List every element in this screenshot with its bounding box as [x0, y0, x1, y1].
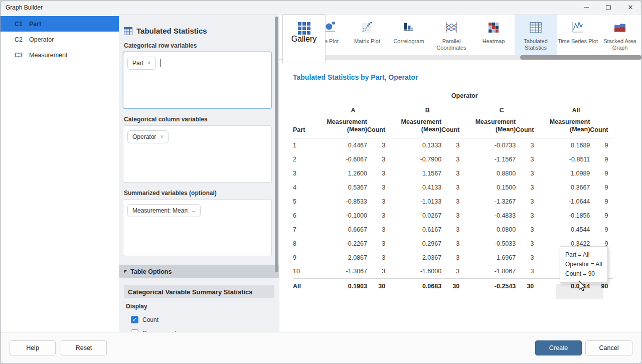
row-variables-dropzone[interactable]: Part × — [123, 52, 272, 109]
mean-cell[interactable]: 0.4544 — [539, 223, 590, 237]
count-cell[interactable]: 3 — [516, 209, 539, 223]
mean-cell[interactable]: -1.0644 — [539, 195, 590, 209]
count-cell[interactable]: 3 — [441, 265, 464, 279]
variable-chip-part[interactable]: Part × — [127, 57, 156, 70]
count-cell[interactable]: 30 — [367, 279, 390, 294]
mean-cell[interactable]: -1.3267 — [464, 195, 516, 209]
count-cell[interactable]: 3 — [367, 195, 390, 209]
count-cell[interactable]: 3 — [367, 209, 390, 223]
mean-cell[interactable]: 0.6167 — [390, 223, 441, 237]
count-cell[interactable]: 30 — [516, 279, 539, 294]
checkbox-icon[interactable]: ✓ — [131, 316, 138, 323]
part-cell[interactable]: 4 — [293, 180, 316, 195]
count-cell[interactable]: 9 — [590, 152, 613, 166]
count-cell[interactable]: 9 — [590, 209, 613, 223]
mean-cell[interactable]: -0.2543 — [464, 279, 516, 294]
close-button[interactable]: ✕ — [619, 1, 641, 14]
count-cell[interactable]: 30 — [441, 279, 464, 294]
mean-cell[interactable]: -0.7900 — [390, 152, 441, 166]
tab-stacked-area-graph[interactable]: Stacked Area Graph — [599, 15, 641, 60]
checkbox-count[interactable]: ✓ Count — [131, 316, 279, 323]
mean-cell[interactable]: -0.4833 — [464, 209, 516, 223]
tab-heatmap[interactable]: Heatmap — [472, 15, 515, 60]
count-cell[interactable]: 3 — [441, 195, 464, 209]
part-cell[interactable]: 3 — [293, 166, 316, 180]
count-cell[interactable]: 3 — [441, 223, 464, 237]
mean-cell[interactable]: 0.3667 — [539, 180, 590, 195]
mean-cell[interactable]: 0.8800 — [464, 166, 516, 180]
mean-cell[interactable]: 0.6667 — [316, 223, 367, 237]
mean-cell[interactable]: -1.3067 — [316, 265, 367, 279]
count-cell[interactable]: 3 — [367, 223, 390, 237]
variable-chip-measurement-mean[interactable]: Measurement: Mean ⌄ — [127, 204, 201, 217]
mean-cell[interactable]: -1.6000 — [390, 265, 441, 279]
mean-cell[interactable]: -1.1567 — [464, 152, 516, 166]
mean-cell[interactable]: 0.5367 — [316, 180, 367, 195]
mean-cell[interactable]: -0.2967 — [390, 237, 441, 251]
maximize-button[interactable] — [597, 1, 619, 14]
gallery-horizontal-scrollbar[interactable] — [326, 55, 641, 60]
part-cell[interactable]: All — [293, 279, 316, 294]
mean-cell[interactable]: -0.8533 — [316, 195, 367, 209]
mean-cell[interactable]: -1.0133 — [390, 195, 441, 209]
count-cell[interactable]: 3 — [516, 138, 539, 152]
cancel-button[interactable]: Cancel — [585, 340, 632, 355]
count-cell[interactable]: 3 — [441, 166, 464, 180]
part-cell[interactable]: 8 — [293, 237, 316, 251]
mean-cell[interactable]: -0.0733 — [464, 138, 516, 152]
mean-cell[interactable]: 2.0867 — [316, 251, 367, 265]
tab-tabulated-statistics[interactable]: Tabulated Statistics — [515, 15, 557, 60]
count-cell[interactable]: 9 — [590, 180, 613, 195]
remove-chip-icon[interactable]: × — [147, 60, 151, 66]
count-cell[interactable]: 3 — [367, 138, 390, 152]
count-cell[interactable]: 3 — [367, 180, 390, 195]
create-button[interactable]: Create — [535, 340, 582, 355]
tab-parallel-coordinates[interactable]: Parallel Coordinates — [430, 15, 472, 60]
count-cell[interactable]: 3 — [367, 251, 390, 265]
mean-cell[interactable]: -0.5033 — [464, 237, 516, 251]
mean-cell[interactable]: 0.0267 — [390, 209, 441, 223]
part-cell[interactable]: 7 — [293, 223, 316, 237]
mean-cell[interactable]: 0.0683 — [390, 279, 441, 294]
mean-cell[interactable]: 0.0800 — [464, 223, 516, 237]
mean-cell[interactable]: -0.1856 — [539, 209, 590, 223]
part-cell[interactable]: 10 — [293, 265, 316, 279]
minimize-button[interactable] — [575, 1, 597, 14]
count-cell[interactable]: 3 — [441, 237, 464, 251]
help-button[interactable]: Help — [10, 340, 56, 355]
mean-cell[interactable]: -0.1000 — [316, 209, 367, 223]
count-cell[interactable]: 9 — [590, 166, 613, 180]
count-cell[interactable]: 3 — [441, 209, 464, 223]
count-cell[interactable]: 3 — [516, 265, 539, 279]
count-cell[interactable]: 3 — [441, 180, 464, 195]
count-cell[interactable]: 3 — [441, 251, 464, 265]
part-cell[interactable]: 1 — [293, 138, 316, 152]
count-cell[interactable]: 9 — [590, 138, 613, 152]
count-cell[interactable]: 3 — [367, 265, 390, 279]
panel-vertical-scrollbar[interactable] — [275, 17, 278, 272]
mean-cell[interactable]: 1.2600 — [316, 166, 367, 180]
part-cell[interactable]: 5 — [293, 195, 316, 209]
summarized-variables-dropzone[interactable]: Measurement: Mean ⌄ — [123, 199, 272, 256]
chevron-down-icon[interactable]: ⌄ — [191, 208, 197, 213]
remove-chip-icon[interactable]: × — [160, 134, 164, 140]
tab-time-series-plot[interactable]: Time Series Plot — [557, 15, 599, 60]
mean-cell[interactable]: -0.6067 — [316, 152, 367, 166]
count-cell[interactable]: 3 — [516, 223, 539, 237]
mean-cell[interactable]: -1.8067 — [464, 265, 516, 279]
count-cell[interactable]: 3 — [516, 166, 539, 180]
gallery-tab[interactable]: Gallery — [282, 15, 326, 63]
part-cell[interactable]: 2 — [293, 152, 316, 166]
table-options-expander[interactable]: Table Options — [119, 265, 279, 278]
count-cell[interactable]: 3 — [367, 152, 390, 166]
mean-cell[interactable]: 2.0367 — [390, 251, 441, 265]
count-cell[interactable]: 3 — [367, 166, 390, 180]
count-cell[interactable]: 9 — [590, 195, 613, 209]
count-cell[interactable]: 3 — [516, 237, 539, 251]
scrollbar-thumb[interactable] — [520, 55, 641, 60]
sidebar-item-part[interactable]: C1 Part — [1, 16, 119, 32]
part-cell[interactable]: 6 — [293, 209, 316, 223]
mean-cell[interactable]: 1.6967 — [464, 251, 516, 265]
sidebar-item-operator[interactable]: C2 Operator — [1, 32, 119, 47]
mean-cell[interactable]: 0.1689 — [539, 138, 590, 152]
